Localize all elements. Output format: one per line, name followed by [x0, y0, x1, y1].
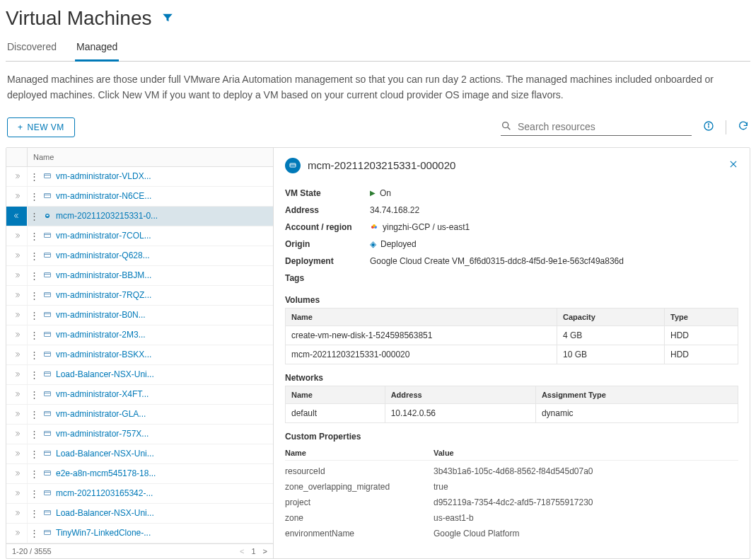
row-actions-icon[interactable]: ⋮	[28, 488, 40, 499]
expand-icon[interactable]	[6, 464, 28, 483]
vm-name-link[interactable]: vm-administrator-7COL...	[54, 231, 273, 241]
prev-page-icon[interactable]: <	[240, 547, 244, 555]
table-row[interactable]: ⋮vm-administrator-7RQZ...	[6, 286, 273, 306]
close-icon[interactable]	[728, 159, 738, 171]
row-actions-icon[interactable]: ⋮	[28, 350, 40, 360]
expand-icon[interactable]	[6, 385, 28, 404]
row-actions-icon[interactable]: ⋮	[28, 468, 40, 479]
vm-name-link[interactable]: vm-administrator-X4FT...	[54, 389, 273, 399]
row-actions-icon[interactable]: ⋮	[28, 231, 40, 241]
vm-name-link[interactable]: mcm-20211203215331-0...	[54, 211, 273, 221]
expand-icon[interactable]	[6, 207, 28, 226]
table-row[interactable]: ⋮vm-administrator-X4FT...	[6, 385, 273, 405]
vol-col-capacity[interactable]: Capacity	[557, 308, 665, 325]
row-actions-icon[interactable]: ⋮	[28, 369, 40, 380]
row-actions-icon[interactable]: ⋮	[28, 528, 40, 538]
vm-name-link[interactable]: vm-administrator-BSKX...	[54, 350, 273, 359]
expand-icon[interactable]	[6, 345, 28, 364]
description: Managed machines are those under full VM…	[6, 62, 750, 110]
table-row[interactable]: ⋮TinyWin7-LinkedClone-...	[6, 524, 273, 543]
next-page-icon[interactable]: >	[263, 547, 267, 555]
row-actions-icon[interactable]: ⋮	[28, 389, 40, 400]
expand-icon[interactable]	[6, 425, 28, 444]
expand-icon[interactable]	[6, 226, 28, 246]
vm-name-link[interactable]: vm-administrator-BBJM...	[54, 270, 273, 280]
vm-name-link[interactable]: mcm-20211203165342-...	[54, 488, 273, 498]
net-col-name[interactable]: Name	[286, 386, 385, 403]
table-row[interactable]: ⋮mcm-20211203215331-0...	[6, 207, 273, 226]
vm-name-link[interactable]: e2e-a8n-mcm545178-18...	[54, 468, 273, 478]
expand-icon[interactable]	[6, 325, 28, 345]
table-row[interactable]: ⋮vm-administrator-GLA...	[6, 405, 273, 425]
expand-icon[interactable]	[6, 524, 28, 543]
vm-name-link[interactable]: vm-administrator-B0N...	[54, 310, 273, 320]
row-actions-icon[interactable]: ⋮	[28, 191, 40, 202]
expand-icon[interactable]	[6, 286, 28, 305]
vol-col-name[interactable]: Name	[286, 308, 557, 325]
expand-icon[interactable]	[6, 504, 28, 523]
row-actions-icon[interactable]: ⋮	[28, 409, 40, 420]
table-row[interactable]: ⋮vm-administrator-N6CE...	[6, 187, 273, 207]
table-row[interactable]: ⋮vm-administrator-VLDX...	[6, 167, 273, 187]
row-actions-icon[interactable]: ⋮	[28, 270, 40, 281]
row-actions-icon[interactable]: ⋮	[28, 310, 40, 321]
table-row[interactable]: ⋮Load-Balancer-NSX-Uni...	[6, 504, 273, 524]
row-actions-icon[interactable]: ⋮	[28, 250, 40, 261]
table-row[interactable]: ⋮vm-administrator-B0N...	[6, 306, 273, 325]
net-col-address[interactable]: Address	[385, 386, 535, 403]
vm-name-link[interactable]: vm-administrator-757X...	[54, 429, 273, 439]
row-actions-icon[interactable]: ⋮	[28, 449, 40, 459]
vm-name-link[interactable]: Load-Balancer-NSX-Uni...	[54, 369, 273, 379]
tab-managed[interactable]: Managed	[75, 35, 119, 62]
search-field[interactable]	[501, 119, 692, 136]
expand-icon[interactable]	[6, 405, 28, 424]
tab-discovered[interactable]: Discovered	[6, 35, 58, 61]
vm-name-link[interactable]: vm-administrator-VLDX...	[54, 171, 273, 181]
vm-name-link[interactable]: Load-Balancer-NSX-Uni...	[54, 449, 273, 459]
vm-name-link[interactable]: vm-administrator-7RQZ...	[54, 290, 273, 300]
new-vm-button[interactable]: + NEW VM	[7, 117, 75, 137]
expand-icon[interactable]	[6, 484, 28, 503]
vol-col-type[interactable]: Type	[665, 308, 738, 325]
expand-icon[interactable]	[6, 365, 28, 384]
search-input[interactable]	[518, 121, 692, 132]
svg-rect-27	[45, 392, 51, 396]
row-actions-icon[interactable]: ⋮	[28, 508, 40, 519]
expand-icon[interactable]	[6, 444, 28, 463]
column-header-name[interactable]: Name	[28, 149, 59, 166]
refresh-icon[interactable]	[738, 120, 749, 134]
info-icon[interactable]	[703, 120, 714, 134]
row-actions-icon[interactable]: ⋮	[28, 171, 40, 182]
expand-icon[interactable]	[6, 266, 28, 285]
row-actions-icon[interactable]: ⋮	[28, 330, 40, 340]
table-row[interactable]: ⋮vm-administrator-757X...	[6, 425, 273, 444]
vm-name-link[interactable]: TinyWin7-LinkedClone-...	[54, 528, 273, 538]
table-row[interactable]: ⋮vm-administrator-BBJM...	[6, 266, 273, 286]
vm-name-link[interactable]: vm-administrator-N6CE...	[54, 191, 273, 201]
vm-name-link[interactable]: vm-administrator-Q628...	[54, 250, 273, 260]
net-col-assign[interactable]: Assignment Type	[535, 386, 738, 403]
filter-icon[interactable]	[161, 11, 174, 26]
vm-name-link[interactable]: vm-administrator-2M3...	[54, 330, 273, 340]
row-actions-icon[interactable]: ⋮	[28, 211, 40, 221]
expand-icon[interactable]	[6, 306, 28, 325]
table-row[interactable]: ⋮vm-administrator-7COL...	[6, 226, 273, 246]
table-row[interactable]: ⋮e2e-a8n-mcm545178-18...	[6, 464, 273, 484]
table-row[interactable]: ⋮vm-administrator-BSKX...	[6, 345, 273, 365]
deployed-icon: ◈	[370, 239, 376, 249]
expand-icon[interactable]	[6, 167, 28, 186]
table-row[interactable]: ⋮vm-administrator-Q628...	[6, 246, 273, 266]
row-actions-icon[interactable]: ⋮	[28, 290, 40, 301]
table-row[interactable]: ⋮mcm-20211203165342-...	[6, 484, 273, 504]
vm-name-link[interactable]: Load-Balancer-NSX-Uni...	[54, 508, 273, 518]
table-row[interactable]: ⋮vm-administrator-2M3...	[6, 325, 273, 345]
vm-type-icon	[40, 410, 54, 418]
table-row[interactable]: ⋮Load-Balancer-NSX-Uni...	[6, 365, 273, 385]
expand-icon[interactable]	[6, 187, 28, 206]
row-actions-icon[interactable]: ⋮	[28, 429, 40, 439]
vm-name-link[interactable]: vm-administrator-GLA...	[54, 409, 273, 419]
expand-icon[interactable]	[6, 246, 28, 265]
table-row[interactable]: ⋮Load-Balancer-NSX-Uni...	[6, 444, 273, 464]
cust-col-name: Name	[285, 449, 434, 457]
svg-line-1	[508, 127, 510, 129]
